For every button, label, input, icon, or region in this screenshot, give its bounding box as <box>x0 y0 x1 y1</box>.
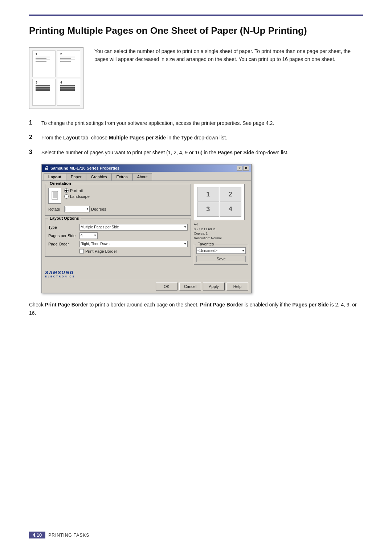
pages-per-side-value: 4 <box>81 233 83 237</box>
rotate-value: | <box>65 207 66 211</box>
step-1: 1 To change the print settings from your… <box>29 119 363 127</box>
type-value: Multiple Pages per Side <box>81 225 119 229</box>
portrait-label: Portrait <box>70 188 83 193</box>
steps-section: 1 To change the print settings from your… <box>29 119 363 156</box>
type-label: Type <box>48 225 77 229</box>
step-1-number: 1 <box>29 119 36 126</box>
titlebar-left: 🖨 Samsung ML-1710 Series Properties <box>44 166 119 171</box>
landscape-radio[interactable] <box>64 194 69 199</box>
dialog-window: 🖨 Samsung ML-1710 Series Properties ? ✕ … <box>41 164 252 293</box>
paper-size: A4 <box>194 222 248 227</box>
page-thumbnail: 1 2 3 <box>29 47 83 109</box>
printer-icon: 🖨 <box>44 166 49 171</box>
footer-bar: 4.10 Printing Tasks <box>29 532 89 538</box>
tab-about[interactable]: About <box>132 173 152 180</box>
copies-info: Copies: 1 <box>194 231 248 236</box>
titlebar-buttons: ? ✕ <box>237 166 249 171</box>
dialog-right-panel: 1 2 3 4 A4 8.27 x 11.69 in. Copies: 1 Re… <box>194 184 248 265</box>
tab-extras[interactable]: Extras <box>111 173 132 180</box>
preview-cell-4: 4 <box>220 202 242 217</box>
page-order-select[interactable]: Right, Then Down ▼ <box>79 241 188 247</box>
intro-section: 1 2 3 <box>29 47 363 109</box>
rotate-label: Rotate <box>48 207 63 211</box>
step-2-number: 2 <box>29 134 36 141</box>
portrait-icon <box>48 188 61 204</box>
samsung-name: SAMSUNG <box>45 270 248 275</box>
print-page-border-label: Print Page Border <box>85 249 117 253</box>
apply-button[interactable]: Apply <box>203 282 225 290</box>
landscape-radio-row[interactable]: Landscape <box>64 194 90 199</box>
page-order-row: Page Order Right, Then Down ▼ <box>48 241 188 247</box>
samsung-sub: ELECTRONICS <box>45 275 248 278</box>
step-3-number: 3 <box>29 149 36 155</box>
dialog-footer: OK Cancel Apply Help <box>42 280 251 293</box>
cancel-button[interactable]: Cancel <box>179 282 201 290</box>
preview-info: A4 8.27 x 11.69 in. Copies: 1 Resolution… <box>194 222 248 240</box>
close-title-button[interactable]: ✕ <box>243 166 249 171</box>
step-3-text: Select the number of pages you want to p… <box>41 149 289 156</box>
step-2-text: From the Layout tab, choose Multiple Pag… <box>41 134 227 142</box>
favorites-value: <Unnamed> <box>197 249 217 253</box>
pages-per-side-select[interactable]: 4 ▼ <box>79 232 98 239</box>
favorites-select[interactable]: <Unnamed> ▼ <box>196 247 246 254</box>
dialog-title: Samsung ML-1710 Series Properties <box>50 166 119 170</box>
print-page-border-checkbox[interactable] <box>79 249 84 253</box>
dialog-left-panel: Orientation <box>45 184 191 265</box>
radio-options: Portrait Landscape <box>64 188 90 199</box>
type-select-arrow-icon: ▼ <box>184 225 187 229</box>
pages-per-side-row: Pages per Side 4 ▼ <box>48 232 188 239</box>
preview-cell-2: 2 <box>220 187 242 202</box>
rotate-arrow-icon: ▼ <box>86 207 89 211</box>
rotate-select[interactable]: | ▼ <box>64 206 90 212</box>
page-order-arrow-icon: ▼ <box>184 242 187 245</box>
page-order-label: Page Order <box>48 242 77 246</box>
preview-cell-3: 3 <box>197 202 219 217</box>
ok-button[interactable]: OK <box>156 282 177 290</box>
page-title: Printing Multiple Pages on One Sheet of … <box>29 25 363 37</box>
top-border <box>29 15 363 16</box>
layout-options-group: Layout Options Type Multiple Pages per S… <box>45 219 191 257</box>
tab-layout[interactable]: Layout <box>44 173 66 180</box>
degrees-label: Degrees <box>91 207 106 211</box>
step-2: 2 From the Layout tab, choose Multiple P… <box>29 134 363 142</box>
dialog-container: 🖨 Samsung ML-1710 Series Properties ? ✕ … <box>41 164 363 293</box>
dialog-titlebar: 🖨 Samsung ML-1710 Series Properties ? ✕ <box>42 164 251 172</box>
landscape-label: Landscape <box>70 194 90 199</box>
preview-cell-1: 1 <box>197 187 219 202</box>
paper-dimensions: 8.27 x 11.69 in. <box>194 227 248 232</box>
svg-rect-1 <box>53 192 57 198</box>
layout-options-legend: Layout Options <box>48 216 81 220</box>
page-order-value: Right, Then Down <box>81 242 110 246</box>
help-button[interactable]: Help <box>226 282 248 290</box>
step-1-text: To change the print settings from your s… <box>41 119 274 127</box>
favorites-group: Favorites <Unnamed> ▼ Save <box>194 244 248 265</box>
favorites-arrow-icon: ▼ <box>242 249 245 252</box>
page-number: 4.10 <box>29 532 45 538</box>
tab-paper[interactable]: Paper <box>66 173 86 180</box>
portrait-radio-row[interactable]: Portrait <box>64 188 90 193</box>
samsung-logo: SAMSUNG ELECTRONICS <box>42 268 251 280</box>
favorites-legend: Favorites <box>196 242 215 246</box>
help-title-button[interactable]: ? <box>237 166 242 171</box>
preview-box: 1 2 3 4 <box>194 184 245 220</box>
orientation-group: Orientation <box>45 184 191 216</box>
orientation-legend: Orientation <box>48 181 73 186</box>
intro-text: You can select the number of pages to pr… <box>94 47 363 64</box>
pages-per-side-arrow-icon: ▼ <box>94 234 97 237</box>
orientation-section: Portrait Landscape Rotate <box>48 188 188 212</box>
pages-per-side-label: Pages per Side <box>48 233 77 238</box>
save-button[interactable]: Save <box>196 256 246 262</box>
dialog-tabs: Layout Paper Graphics Extras About <box>42 172 251 180</box>
portrait-radio[interactable] <box>64 188 69 193</box>
step-3: 3 Select the number of pages you want to… <box>29 149 363 156</box>
resolution-info: Resolution: Normal <box>194 236 248 241</box>
type-select[interactable]: Multiple Pages per Side ▼ <box>79 224 188 231</box>
tab-graphics[interactable]: Graphics <box>86 173 111 180</box>
footer-text: Printing Tasks <box>48 533 89 538</box>
rotate-row: Rotate | ▼ Degrees <box>48 206 188 212</box>
orientation-row: Portrait Landscape <box>48 188 188 204</box>
bottom-text: Check Print Page Border to print a borde… <box>29 301 363 317</box>
dialog-body: Orientation <box>42 180 251 268</box>
type-row: Type Multiple Pages per Side ▼ <box>48 224 188 231</box>
print-page-border-row[interactable]: Print Page Border <box>79 249 188 253</box>
